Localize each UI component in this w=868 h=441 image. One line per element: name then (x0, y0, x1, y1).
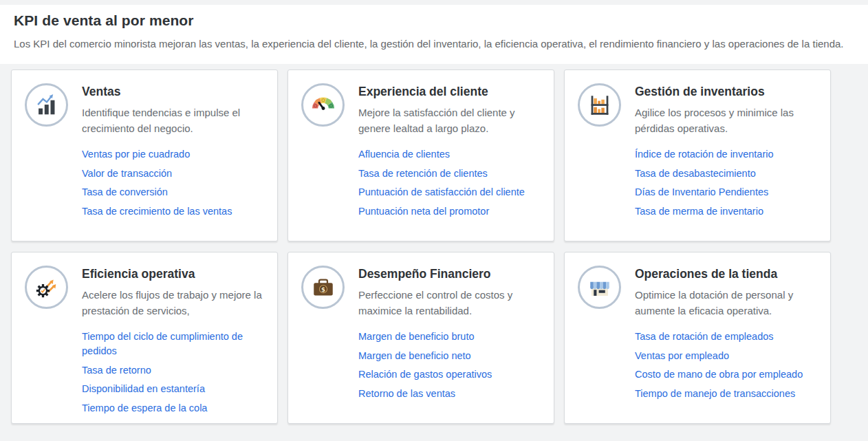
card-link-list: Afluencia de clientes Tasa de retención … (358, 147, 541, 219)
kpi-link[interactable]: Tasa de merma de inventario (635, 204, 818, 219)
card-title: Gestión de inventarios (635, 85, 818, 98)
card-link-list: Tasa de rotación de empleados Ventas por… (635, 330, 818, 401)
kpi-link[interactable]: Tasa de retorno (82, 363, 265, 378)
kpi-link[interactable]: Valor de transacción (82, 166, 265, 181)
kpi-link[interactable]: Retorno de las ventas (358, 387, 541, 401)
kpi-link[interactable]: Tiempo de espera de la cola (82, 401, 265, 416)
kpi-link[interactable]: Tasa de desabastecimiento (635, 166, 818, 181)
page-header: KPI de venta al por menor Los KPI del co… (0, 5, 868, 64)
kpi-link[interactable]: Tasa de retención de clientes (358, 166, 541, 181)
kpi-card-eficiencia-operativa: Eficiencia operativa Acelere los flujos … (11, 252, 278, 424)
kpi-link[interactable]: Puntuación neta del promotor (358, 204, 541, 219)
storefront-icon (578, 266, 621, 309)
kpi-link[interactable]: Índice de rotación de inventario (635, 147, 818, 162)
kpi-link[interactable]: Relación de gastos operativos (358, 367, 541, 382)
kpi-link[interactable]: Tiempo de manejo de transacciones (635, 387, 818, 401)
card-link-list: Margen de beneficio bruto Margen de bene… (358, 330, 541, 401)
card-description: Perfeccione el control de costos y maxim… (358, 287, 541, 319)
kpi-link[interactable]: Días de Inventario Pendientes (635, 185, 818, 200)
kpi-card-gestion-inventarios: Gestión de inventarios Agilice los proce… (564, 69, 831, 241)
page-subtitle: Los KPI del comercio minorista mejoran l… (14, 36, 854, 52)
kpi-card-experiencia-cliente: Experiencia del cliente Mejore la satisf… (287, 69, 554, 241)
card-title: Ventas (82, 85, 265, 98)
svg-text:$: $ (321, 286, 325, 292)
customer-satisfaction-gauge-icon (301, 83, 345, 127)
card-title: Desempeño Financiero (358, 267, 541, 281)
kpi-card-operaciones-tienda: Operaciones de la tienda Optimice la dot… (564, 252, 831, 424)
card-description: Acelere los flujos de trabajo y mejore l… (82, 287, 265, 319)
kpi-card-desempeno-financiero: $ Desempeño Financiero Perfeccione el co… (287, 252, 554, 424)
card-description: Optimice la dotación de personal y aumen… (635, 287, 818, 319)
kpi-link[interactable]: Tasa de conversión (82, 185, 265, 200)
kpi-link[interactable]: Disponibilidad en estantería (82, 382, 265, 396)
kpi-link[interactable]: Tiempo del ciclo de cumplimiento de pedi… (82, 330, 265, 358)
kpi-link[interactable]: Margen de beneficio bruto (358, 330, 541, 344)
card-link-list: Índice de rotación de inventario Tasa de… (635, 147, 818, 219)
card-link-list: Ventas por pie cuadrado Valor de transac… (82, 147, 265, 219)
card-title: Eficiencia operativa (82, 267, 265, 281)
kpi-link[interactable]: Afluencia de clientes (358, 147, 541, 162)
kpi-link[interactable]: Costo de mano de obra por empleado (635, 367, 818, 382)
card-title: Operaciones de la tienda (635, 267, 818, 281)
kpi-link[interactable]: Margen de beneficio neto (358, 349, 541, 363)
card-description: Mejore la satisfacción del cliente y gen… (358, 105, 541, 136)
sales-trend-chart-icon (25, 83, 68, 127)
briefcase-dollar-icon: $ (301, 266, 345, 309)
kpi-card-ventas: Ventas Identifique tendencias e impulse … (11, 69, 278, 241)
kpi-link[interactable]: Puntuación de satisfacción del cliente (358, 185, 541, 200)
kpi-link[interactable]: Tasa de rotación de empleados (635, 330, 818, 344)
card-description: Identifique tendencias e impulse el crec… (82, 105, 265, 136)
page-title: KPI de venta al por menor (14, 12, 854, 29)
kpi-card-grid: Ventas Identifique tendencias e impulse … (11, 69, 831, 424)
card-title: Experiencia del cliente (358, 85, 541, 98)
kpi-link[interactable]: Ventas por empleado (635, 349, 818, 363)
gear-arrows-icon (25, 266, 68, 309)
kpi-link[interactable]: Ventas por pie cuadrado (82, 147, 265, 162)
card-link-list: Tiempo del ciclo de cumplimiento de pedi… (82, 330, 265, 416)
kpi-link[interactable]: Tasa de crecimiento de las ventas (82, 204, 265, 219)
inventory-shelf-icon (578, 83, 621, 127)
card-description: Agilice los procesos y minimice las pérd… (635, 105, 818, 136)
